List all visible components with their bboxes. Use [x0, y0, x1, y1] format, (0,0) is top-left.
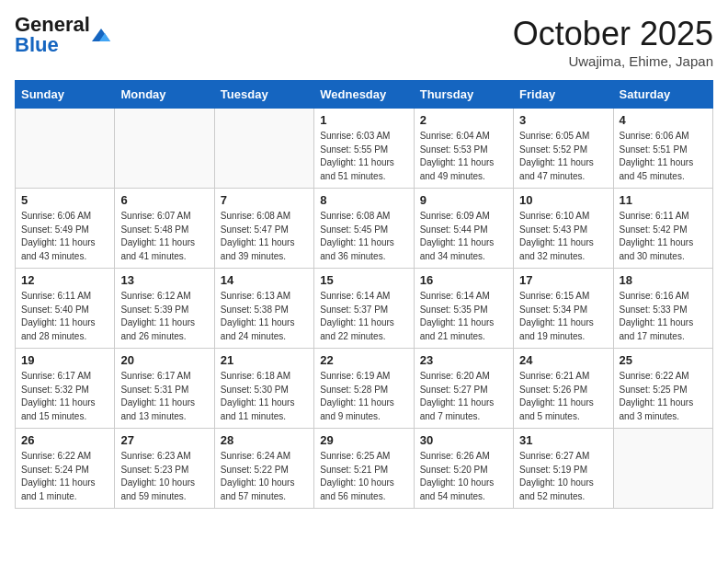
day-info: Sunrise: 6:25 AM Sunset: 5:21 PM Dayligh…: [320, 450, 407, 503]
calendar-cell: [115, 109, 214, 189]
day-number: 6: [120, 193, 208, 207]
day-info: Sunrise: 6:26 AM Sunset: 5:20 PM Dayligh…: [420, 450, 507, 503]
weekday-header-wednesday: Wednesday: [314, 81, 414, 109]
weekday-header-monday: Monday: [115, 81, 214, 109]
calendar-cell: 21Sunrise: 6:18 AM Sunset: 5:30 PM Dayli…: [214, 349, 313, 429]
calendar-cell: 25Sunrise: 6:22 AM Sunset: 5:25 PM Dayli…: [613, 349, 712, 429]
day-number: 12: [21, 273, 108, 287]
calendar-cell: 15Sunrise: 6:14 AM Sunset: 5:37 PM Dayli…: [314, 269, 414, 349]
day-info: Sunrise: 6:17 AM Sunset: 5:31 PM Dayligh…: [120, 370, 208, 423]
calendar-cell: 1Sunrise: 6:03 AM Sunset: 5:55 PM Daylig…: [314, 109, 414, 189]
day-number: 25: [620, 353, 707, 367]
day-number: 31: [519, 433, 607, 447]
day-number: 5: [21, 193, 108, 207]
day-info: Sunrise: 6:15 AM Sunset: 5:34 PM Dayligh…: [519, 290, 607, 343]
day-number: 1: [320, 113, 407, 127]
day-number: 18: [620, 273, 707, 287]
day-info: Sunrise: 6:11 AM Sunset: 5:40 PM Dayligh…: [21, 290, 108, 343]
day-info: Sunrise: 6:13 AM Sunset: 5:38 PM Dayligh…: [221, 290, 308, 343]
day-number: 19: [21, 353, 108, 367]
calendar-cell: 31Sunrise: 6:27 AM Sunset: 5:19 PM Dayli…: [514, 429, 613, 509]
calendar-cell: 26Sunrise: 6:22 AM Sunset: 5:24 PM Dayli…: [16, 429, 115, 509]
day-number: 16: [420, 273, 507, 287]
day-info: Sunrise: 6:03 AM Sunset: 5:55 PM Dayligh…: [320, 130, 407, 183]
day-info: Sunrise: 6:08 AM Sunset: 5:45 PM Dayligh…: [320, 210, 407, 263]
day-number: 14: [221, 273, 308, 287]
calendar-cell: 17Sunrise: 6:15 AM Sunset: 5:34 PM Dayli…: [514, 269, 613, 349]
day-number: 30: [420, 433, 507, 447]
calendar-cell: 22Sunrise: 6:19 AM Sunset: 5:28 PM Dayli…: [314, 349, 414, 429]
calendar-cell: 8Sunrise: 6:08 AM Sunset: 5:45 PM Daylig…: [314, 189, 414, 269]
day-info: Sunrise: 6:14 AM Sunset: 5:35 PM Dayligh…: [420, 290, 507, 343]
day-info: Sunrise: 6:09 AM Sunset: 5:44 PM Dayligh…: [420, 210, 507, 263]
week-row-5: 26Sunrise: 6:22 AM Sunset: 5:24 PM Dayli…: [16, 429, 713, 509]
month-title: October 2025: [513, 15, 713, 53]
day-info: Sunrise: 6:18 AM Sunset: 5:30 PM Dayligh…: [221, 370, 308, 423]
day-number: 29: [320, 433, 407, 447]
day-number: 20: [120, 353, 208, 367]
week-row-3: 12Sunrise: 6:11 AM Sunset: 5:40 PM Dayli…: [16, 269, 713, 349]
day-info: Sunrise: 6:17 AM Sunset: 5:32 PM Dayligh…: [21, 370, 108, 423]
calendar-cell: 24Sunrise: 6:21 AM Sunset: 5:26 PM Dayli…: [514, 349, 613, 429]
day-info: Sunrise: 6:06 AM Sunset: 5:51 PM Dayligh…: [620, 130, 707, 183]
calendar-cell: 14Sunrise: 6:13 AM Sunset: 5:38 PM Dayli…: [214, 269, 313, 349]
calendar-cell: 6Sunrise: 6:07 AM Sunset: 5:48 PM Daylig…: [115, 189, 214, 269]
day-info: Sunrise: 6:21 AM Sunset: 5:26 PM Dayligh…: [519, 370, 607, 423]
day-info: Sunrise: 6:23 AM Sunset: 5:23 PM Dayligh…: [120, 450, 208, 503]
day-info: Sunrise: 6:16 AM Sunset: 5:33 PM Dayligh…: [620, 290, 707, 343]
day-info: Sunrise: 6:08 AM Sunset: 5:47 PM Dayligh…: [221, 210, 308, 263]
day-info: Sunrise: 6:22 AM Sunset: 5:25 PM Dayligh…: [620, 370, 707, 423]
calendar-cell: 19Sunrise: 6:17 AM Sunset: 5:32 PM Dayli…: [16, 349, 115, 429]
day-info: Sunrise: 6:27 AM Sunset: 5:19 PM Dayligh…: [519, 450, 607, 503]
day-number: 21: [221, 353, 308, 367]
calendar-cell: 29Sunrise: 6:25 AM Sunset: 5:21 PM Dayli…: [314, 429, 414, 509]
day-info: Sunrise: 6:04 AM Sunset: 5:53 PM Dayligh…: [420, 130, 507, 183]
calendar-cell: [214, 109, 313, 189]
calendar-cell: 5Sunrise: 6:06 AM Sunset: 5:49 PM Daylig…: [16, 189, 115, 269]
day-info: Sunrise: 6:06 AM Sunset: 5:49 PM Dayligh…: [21, 210, 108, 263]
day-info: Sunrise: 6:05 AM Sunset: 5:52 PM Dayligh…: [519, 130, 607, 183]
weekday-header-tuesday: Tuesday: [214, 81, 313, 109]
calendar-cell: 11Sunrise: 6:11 AM Sunset: 5:42 PM Dayli…: [613, 189, 712, 269]
day-info: Sunrise: 6:12 AM Sunset: 5:39 PM Dayligh…: [120, 290, 208, 343]
week-row-1: 1Sunrise: 6:03 AM Sunset: 5:55 PM Daylig…: [16, 109, 713, 189]
day-number: 15: [320, 273, 407, 287]
day-info: Sunrise: 6:24 AM Sunset: 5:22 PM Dayligh…: [221, 450, 308, 503]
day-number: 17: [519, 273, 607, 287]
calendar-cell: 28Sunrise: 6:24 AM Sunset: 5:22 PM Dayli…: [214, 429, 313, 509]
day-info: Sunrise: 6:19 AM Sunset: 5:28 PM Dayligh…: [320, 370, 407, 423]
day-number: 9: [420, 193, 507, 207]
day-number: 24: [519, 353, 607, 367]
weekday-header-friday: Friday: [514, 81, 613, 109]
calendar-cell: 23Sunrise: 6:20 AM Sunset: 5:27 PM Dayli…: [414, 349, 513, 429]
logo: General Blue: [15, 15, 110, 55]
page-header: General Blue October 2025 Uwajima, Ehime…: [15, 15, 713, 69]
day-info: Sunrise: 6:22 AM Sunset: 5:24 PM Dayligh…: [21, 450, 108, 503]
day-info: Sunrise: 6:11 AM Sunset: 5:42 PM Dayligh…: [620, 210, 707, 263]
logo-icon: [92, 29, 110, 41]
calendar-cell: 3Sunrise: 6:05 AM Sunset: 5:52 PM Daylig…: [514, 109, 613, 189]
week-row-2: 5Sunrise: 6:06 AM Sunset: 5:49 PM Daylig…: [16, 189, 713, 269]
day-info: Sunrise: 6:07 AM Sunset: 5:48 PM Dayligh…: [120, 210, 208, 263]
calendar-cell: [16, 109, 115, 189]
calendar-cell: 4Sunrise: 6:06 AM Sunset: 5:51 PM Daylig…: [613, 109, 712, 189]
day-number: 3: [519, 113, 607, 127]
day-info: Sunrise: 6:20 AM Sunset: 5:27 PM Dayligh…: [420, 370, 507, 423]
day-number: 11: [620, 193, 707, 207]
weekday-header-row: SundayMondayTuesdayWednesdayThursdayFrid…: [16, 81, 713, 109]
calendar-cell: 16Sunrise: 6:14 AM Sunset: 5:35 PM Dayli…: [414, 269, 513, 349]
day-number: 8: [320, 193, 407, 207]
week-row-4: 19Sunrise: 6:17 AM Sunset: 5:32 PM Dayli…: [16, 349, 713, 429]
location: Uwajima, Ehime, Japan: [513, 53, 713, 69]
calendar-cell: 20Sunrise: 6:17 AM Sunset: 5:31 PM Dayli…: [115, 349, 214, 429]
calendar-cell: 2Sunrise: 6:04 AM Sunset: 5:53 PM Daylig…: [414, 109, 513, 189]
day-number: 23: [420, 353, 507, 367]
day-number: 26: [21, 433, 108, 447]
calendar-cell: 7Sunrise: 6:08 AM Sunset: 5:47 PM Daylig…: [214, 189, 313, 269]
day-info: Sunrise: 6:10 AM Sunset: 5:43 PM Dayligh…: [519, 210, 607, 263]
weekday-header-sunday: Sunday: [16, 81, 115, 109]
day-number: 2: [420, 113, 507, 127]
calendar-cell: 18Sunrise: 6:16 AM Sunset: 5:33 PM Dayli…: [613, 269, 712, 349]
calendar-cell: [613, 429, 712, 509]
weekday-header-saturday: Saturday: [613, 81, 712, 109]
